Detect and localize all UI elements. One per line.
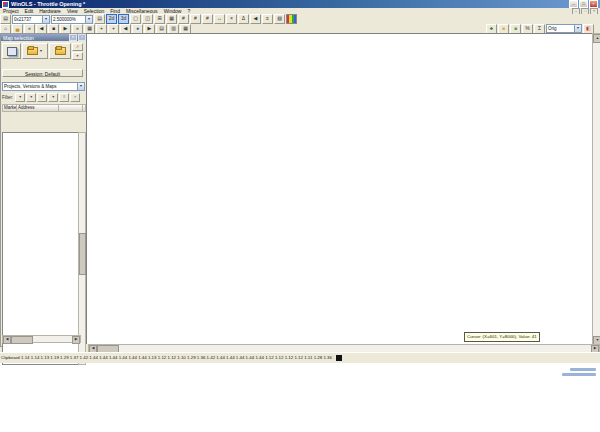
filter-label: Filter: — [2, 95, 14, 100]
filter-button-3[interactable]: ▾ — [37, 93, 47, 102]
view-text-button[interactable]: ▤ — [94, 14, 105, 24]
marker-yellow-icon[interactable]: ■ — [498, 24, 509, 34]
chevron-down-icon[interactable]: ▼ — [574, 25, 581, 32]
chevron-down-icon[interactable]: ▼ — [85, 16, 92, 23]
document-icon[interactable]: ▤ — [0, 14, 11, 24]
toolbar-main: ▤ 0x21737 ▼ 2.500000% ▼ ▤2d3d▢◫⊞▦###↔×Δ◀… — [0, 14, 600, 24]
chevron-down-icon[interactable]: ▼ — [42, 16, 49, 23]
chevron-down-icon[interactable]: ▼ — [77, 83, 84, 90]
map-selection-panel: Map selection ▾ × ▼ ↗ ▾ Session: Default… — [0, 33, 88, 347]
folder-open-icon[interactable]: ▄ — [12, 24, 23, 34]
split-color-icon[interactable]: ◧ — [583, 24, 594, 34]
hash-float-icon[interactable]: # — [202, 14, 213, 24]
clipboard-color-icon — [336, 355, 342, 361]
cursor-tooltip: Cursor: (X=601, Y=8000), Value: 41 — [464, 332, 540, 342]
list-horizontal-scrollbar[interactable]: ◀ ▶ — [2, 335, 81, 343]
zoom-combo[interactable]: 2.500000% ▼ — [51, 15, 93, 24]
marker-green-icon[interactable]: ■ — [510, 24, 521, 34]
clipboard-values: Clipboard 1.14 1.14 1.13 1.19 1.29 1.37 … — [0, 355, 334, 362]
files-icon — [7, 47, 17, 56]
map-list — [2, 132, 81, 365]
scroll-up-icon[interactable]: ▲ — [593, 34, 600, 43]
stop-icon[interactable]: ■ — [48, 24, 59, 34]
filter-button-2[interactable]: ▾ — [26, 93, 36, 102]
compare-icon[interactable]: ↔ — [214, 14, 225, 24]
hash-word-icon[interactable]: # — [190, 14, 201, 24]
column-header-sort[interactable] — [59, 105, 83, 111]
filter-row: Filter: ▾▾▾▾≡× — [1, 91, 87, 104]
list-view-icon[interactable]: ≡ — [262, 14, 273, 24]
system-tray — [556, 368, 596, 376]
frame-quad-icon[interactable]: ▦ — [166, 14, 177, 24]
view-3d-button[interactable]: 3d — [118, 14, 129, 24]
last-map-icon[interactable]: » — [72, 24, 83, 34]
list-vertical-scrollbar[interactable] — [78, 132, 86, 365]
import-button[interactable] — [2, 43, 21, 59]
previous-map-icon[interactable]: ◀ — [36, 24, 47, 34]
map-view-2-icon[interactable]: ▥ — [168, 24, 179, 34]
first-map-icon[interactable]: « — [24, 24, 35, 34]
map-vertical-scrollbar[interactable]: ▲ ▼ — [592, 33, 600, 346]
difference-icon[interactable]: Δ — [238, 14, 249, 24]
toolbar-secondary: ⌂▄«◀■▶»▦++◀●▶▤▥▦ ♣■■%Σ Orig ▼ ◧ — [0, 24, 600, 33]
record-icon[interactable]: ● — [132, 24, 143, 34]
tray-text-placeholder — [562, 373, 596, 376]
tree-mode-value: Projects, Versions & Maps — [3, 84, 77, 89]
scroll-thumb[interactable] — [79, 233, 86, 275]
open-version-button[interactable] — [49, 43, 71, 59]
percent-icon[interactable]: % — [522, 24, 533, 34]
value-up-icon[interactable]: ▶ — [144, 24, 155, 34]
panel-header[interactable]: Map selection ▾ × — [1, 34, 87, 41]
address-combo-value: 0x21737 — [13, 17, 42, 22]
address-combo[interactable]: 0x21737 ▼ — [12, 15, 50, 24]
view-2d-button[interactable]: 2d — [106, 14, 117, 24]
session-button[interactable]: Session: Default — [2, 69, 83, 77]
frame-single-icon[interactable]: ▢ — [130, 14, 141, 24]
filter-button-6[interactable]: × — [70, 93, 80, 102]
next-map-icon[interactable]: ▶ — [60, 24, 71, 34]
tree-icon[interactable]: ♣ — [486, 24, 497, 34]
tree-mode-combo[interactable]: Projects, Versions & Maps ▼ — [2, 82, 85, 91]
value-down-icon[interactable]: ◀ — [120, 24, 131, 34]
scroll-left-icon[interactable]: ◀ — [3, 336, 11, 344]
surface-plot[interactable] — [87, 34, 593, 345]
previous-version-icon[interactable]: ◀ — [250, 14, 261, 24]
map-view-3-icon[interactable]: ▦ — [180, 24, 191, 34]
open-project-button[interactable]: ▼ — [22, 43, 48, 59]
scroll-right-icon[interactable]: ▶ — [72, 336, 80, 344]
export-button[interactable]: ↗ — [72, 43, 83, 51]
filter-button-4[interactable]: ▾ — [48, 93, 58, 102]
app-icon — [2, 1, 9, 8]
color-scale-icon[interactable] — [286, 14, 297, 24]
project-home-icon[interactable]: ⌂ — [0, 24, 11, 34]
tray-text-placeholder — [570, 368, 596, 371]
version-combo[interactable]: Orig ▼ — [546, 24, 582, 33]
delete-icon[interactable]: × — [226, 14, 237, 24]
frame-grid-icon[interactable]: ⊞ — [154, 14, 165, 24]
map-3d-view[interactable] — [86, 33, 593, 345]
window-title: WinOLS - Throttle Opening * — [11, 0, 85, 8]
column-header-address[interactable]: Address — [17, 105, 59, 111]
crosshair-icon[interactable]: + — [108, 24, 119, 34]
view-tab-strip: ◀ ▶ — [86, 344, 600, 352]
panel-pin-icon[interactable]: ▾ — [69, 34, 77, 41]
filter-button-1[interactable]: ▾ — [15, 93, 25, 102]
grid-toggle-icon[interactable]: ▦ — [84, 24, 95, 34]
winols-window: WinOLS - Throttle Opening * –□× ProjectE… — [0, 0, 600, 362]
refresh-button[interactable]: ▾ — [72, 52, 83, 60]
status-bar: Clipboard 1.14 1.14 1.13 1.19 1.29 1.37 … — [0, 352, 600, 363]
filter-button-5[interactable]: ≡ — [59, 93, 69, 102]
scroll-thumb[interactable] — [11, 336, 33, 344]
zoom-in-icon[interactable]: + — [96, 24, 107, 34]
panel-close-icon[interactable]: × — [78, 34, 86, 41]
title-bar: WinOLS - Throttle Opening * –□× — [0, 0, 600, 8]
frame-split-icon[interactable]: ◫ — [142, 14, 153, 24]
column-header-marker[interactable]: Marker — [3, 105, 17, 111]
sigma-icon[interactable]: Σ — [534, 24, 545, 34]
screen: { "window": {"title": "WinOLS - Throttle… — [0, 0, 600, 432]
folder-icon — [55, 47, 66, 55]
map-view-1-icon[interactable]: ▤ — [156, 24, 167, 34]
pattern-icon[interactable]: ▨ — [274, 14, 285, 24]
hash-byte-icon[interactable]: # — [178, 14, 189, 24]
folder-icon — [27, 47, 38, 55]
